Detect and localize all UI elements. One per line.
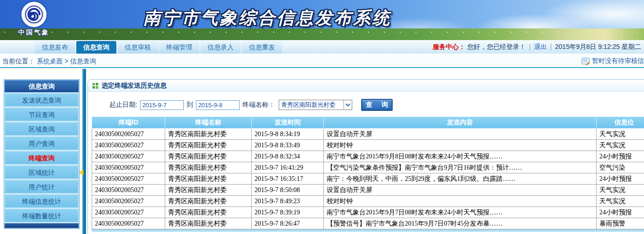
table-row: 240305002005027青秀区南阳新光村委2015-9-8 8:32:34… [92,151,644,162]
cell-info-type: 天气实况 [597,129,644,140]
breadcrumb-bar: 当前位置： 系统桌面 > 信息查询 暂时没有待审核信息 [0,54,644,68]
datetime-text: 2015年9月8日 9:12:25 星期二 [555,43,641,50]
sidebar-item[interactable]: 发送状态查询 [5,93,79,107]
sidebar-item[interactable]: 用户查询 [5,137,79,150]
cell-terminal-name: 青秀区南阳新光村委 [165,140,252,151]
cell-send-content: 设置自动开关屏 [324,129,597,140]
panel-title: 选定终端发送历史信息 [101,82,167,90]
cell-send-time: 2015-9-8 8:33:49 [252,140,324,151]
history-table: 终端ID终端名称发送时间发送内容信息位 240305002005027青秀区南阳… [92,117,644,229]
logo-caption: 中国气象 [8,28,60,37]
sidebar: 信息查询 发送状态查询节目查询区域查询用户查询终端查询区域统计用户统计终端信息统… [4,79,80,229]
grid-icon [93,83,98,89]
main-panel: 选定终端发送历史信息 起止日期: 到 终端名称： 青秀区南阳新光村委 查 询 终… [87,79,644,234]
greeting-text: 您好，您已经登录！ [467,43,526,50]
cell-send-content: 南宁市气象台2015年9月8日08时发布未来24小时天气预报…… [324,151,597,162]
cell-send-content: 【空气污染气象条件预报】南宁市气象台9月7日16时提供：预计…… [324,162,597,173]
cell-terminal-id: 240305002005027 [92,162,165,173]
cell-terminal-name: 青秀区南阳新光村委 [165,218,252,229]
nav-tab[interactable]: 终端管理 [159,41,199,54]
cell-send-time: 2015-9-7 8:39:19 [252,207,324,218]
breadcrumb-home[interactable]: 系统桌面 [37,57,63,65]
end-date-input[interactable] [196,100,240,110]
cell-send-content: 校对时钟 [324,140,597,151]
chevron-down-icon [345,102,350,107]
sidebar-item[interactable]: 用户统计 [5,180,79,193]
session-info: 服务中心： 您好，您已经登录！ | 退出 | 2015年9月8日 9:12:25… [433,43,641,51]
sidebar-header: 信息查询 [5,80,79,92]
cell-info-type: 暴雨预警 [597,218,644,229]
column-header: 信息位 [597,117,644,129]
separator: | [550,43,552,50]
banner: 中国气象 南宁市气象综合信息发布系统 [0,0,644,40]
sidebar-item[interactable]: 终端数量统计 [5,209,79,222]
nav-tab[interactable]: 信息查询 [76,41,116,54]
audit-notice[interactable]: 暂时没有待审核信息 [582,57,644,65]
cell-send-time: 2015-9-7 8:50:08 [252,185,324,196]
table-row: 240305002005027青秀区南阳新光村委2015-9-7 8:39:19… [92,207,644,218]
terminal-select[interactable]: 青秀区南阳新光村委 [279,100,352,110]
nav-tab[interactable]: 信息录入 [201,41,241,54]
combo-dropdown-button[interactable] [343,100,352,110]
cell-info-type: 24小时预报 [597,151,644,162]
cell-send-time: 2015-9-7 16:35:17 [252,173,324,185]
table-row: 240305002005027青秀区南阳新光村委2015-9-8 8:34:19… [92,129,644,140]
cell-info-type: 24小时预报 [597,173,644,185]
sidebar-item[interactable]: 终端查询 [5,151,79,165]
sidebar-item[interactable]: 区域查询 [5,122,79,136]
cma-logo-icon [21,2,47,27]
cell-send-content: 设置自动开关屏 [324,185,597,196]
cell-info-type: 24小时预报 [597,207,644,218]
cell-send-content: 校对时钟 [324,196,597,207]
service-center-label: 服务中心： [433,43,465,50]
table-row: 240305002005027青秀区南阳新光村委2015-9-7 16:41:2… [92,162,644,173]
logout-link[interactable]: 退出 [534,43,547,50]
cell-terminal-name: 青秀区南阳新光村委 [165,185,252,196]
terminal-select-value: 青秀区南阳新光村委 [279,101,343,109]
note-pencil-icon [582,58,590,64]
location-label: 当前位置： [2,57,35,65]
cell-terminal-name: 青秀区南阳新光村委 [165,196,252,207]
nav-tab[interactable]: 信息审核 [118,41,158,54]
table-body: 240305002005027青秀区南阳新光村委2015-9-8 8:34:19… [92,129,644,229]
cell-terminal-id: 240305002005027 [92,196,165,207]
column-header: 终端名称 [165,117,252,129]
cell-send-time: 2015-9-7 8:26:47 [252,218,324,229]
sidebar-items: 发送状态查询节目查询区域查询用户查询终端查询区域统计用户统计终端信息统计终端数量… [5,93,79,222]
cell-send-content: 南宁：今晚到明天，中雨，25到29度，偏东风1到2级。白露踏…… [324,173,597,185]
table-row: 240305002005027青秀区南阳新光村委2015-9-8 8:33:49… [92,140,644,151]
collapse-arrow-icon[interactable] [80,170,83,175]
nav-tab[interactable]: 信息重发 [242,41,282,54]
cell-send-content: 南宁市气象台2015年9月7日08时发布未来24小时天气预报…… [324,207,597,218]
cell-terminal-id: 240305002005027 [92,151,165,162]
grass-strip [0,28,644,40]
table-row: 240305002005027青秀区南阳新光村委2015-9-7 8:26:47… [92,218,644,229]
query-button[interactable]: 查 询 [362,99,392,110]
cell-info-type: 天气实况 [597,196,644,207]
cell-send-time: 2015-9-7 16:41:29 [252,162,324,173]
start-date-input[interactable] [140,100,184,110]
column-header: 发送内容 [324,117,597,129]
table-row: 240305002005027青秀区南阳新光村委2015-9-7 8:49:23… [92,196,644,207]
nav-tab[interactable]: 信息发布 [35,41,75,54]
sidebar-item[interactable]: 节目查询 [5,108,79,121]
sidebar-divider [82,69,86,234]
panel-bottom-strip [92,229,644,232]
panel-titlebar: 选定终端发送历史信息 [88,80,644,92]
sidebar-item[interactable]: 区域统计 [5,165,79,179]
cell-terminal-name: 青秀区南阳新光村委 [165,173,252,185]
cell-info-type: 天气实况 [597,185,644,196]
page-body: 信息查询 发送状态查询节目查询区域查询用户查询终端查询区域统计用户统计终端信息统… [0,69,644,234]
cell-terminal-name: 青秀区南阳新光村委 [165,151,252,162]
table-header-row: 终端ID终端名称发送时间发送内容信息位 [92,117,644,129]
audit-notice-text: 暂时没有待审核信息 [592,57,644,65]
table-row: 240305002005027青秀区南阳新光村委2015-9-7 8:50:08… [92,185,644,196]
sidebar-item[interactable]: 终端信息统计 [5,194,79,208]
breadcrumb: 当前位置： 系统桌面 > 信息查询 [2,57,96,66]
breadcrumb-current: 信息查询 [70,57,96,65]
breadcrumb-separator: > [65,57,68,65]
logo: 中国气象 [8,2,60,37]
sidebar-footer [5,223,79,228]
navbar: 信息发布信息查询信息审核终端管理信息录入信息重发 服务中心： 您好，您已经登录！… [0,40,644,54]
page-title: 南宁市气象综合信息发布系统 [143,7,391,30]
